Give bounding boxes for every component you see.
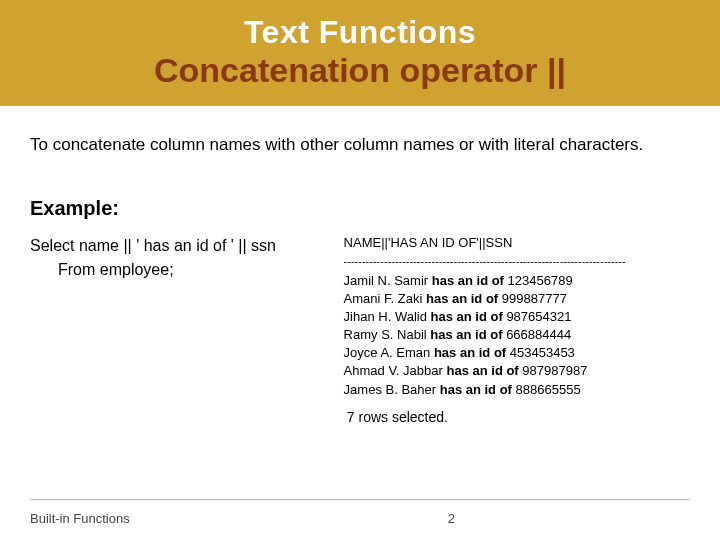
cell-id: 888665555 [516,382,581,397]
title-line2: Concatenation operator || [0,51,720,90]
cell-mid: has an id of [430,345,509,360]
cell-id: 666884444 [506,327,571,342]
cell-mid: has an id of [427,327,506,342]
title-line1: Text Functions [0,14,720,51]
cell-name: Jamil N. Samir [344,273,429,288]
cell-name: Jihan H. Walid [344,309,427,324]
table-row: Ahmad V. Jabbar has an id of 987987987 [344,362,690,380]
cell-mid: has an id of [427,309,506,324]
cell-id: 999887777 [502,291,567,306]
table-row: Jihan H. Walid has an id of 987654321 [344,308,690,326]
footer-divider [30,499,690,500]
description-text: To concatenate column names with other c… [30,134,690,157]
cell-mid: has an id of [422,291,501,306]
table-row: Joyce A. Eman has an id of 453453453 [344,344,690,362]
cell-id: 123456789 [508,273,573,288]
cell-id: 987654321 [506,309,571,324]
cell-id: 453453453 [510,345,575,360]
table-row: Ramy S. Nabil has an id of 666884444 [344,326,690,344]
body: To concatenate column names with other c… [0,106,720,511]
example-label: Example: [30,197,690,220]
query-line1: Select name || ' has an id of ' || ssn [30,234,334,258]
output-rule: ----------------------------------------… [344,254,690,269]
rows-selected: 7 rows selected. [30,409,690,425]
table-row: Jamil N. Samir has an id of 123456789 [344,272,690,290]
cell-name: Joyce A. Eman [344,345,431,360]
cell-id: 987987987 [522,363,587,378]
footer-left: Built-in Functions [30,511,130,526]
cell-mid: has an id of [443,363,522,378]
table-row: Amani F. Zaki has an id of 999887777 [344,290,690,308]
page-number: 2 [448,511,690,526]
cell-mid: has an id of [436,382,515,397]
example-columns: Select name || ' has an id of ' || ssn F… [30,234,690,399]
output-header: NAME||'HAS AN ID OF'||SSN [344,234,690,252]
output-block: NAME||'HAS AN ID OF'||SSN --------------… [344,234,690,399]
slide: Text Functions Concatenation operator ||… [0,0,720,540]
title-band: Text Functions Concatenation operator || [0,0,720,106]
table-row: James B. Baher has an id of 888665555 [344,381,690,399]
footer: Built-in Functions 2 [0,511,720,540]
query-line2: From employee; [30,258,334,282]
cell-name: Ahmad V. Jabbar [344,363,443,378]
cell-mid: has an id of [428,273,507,288]
cell-name: James B. Baher [344,382,437,397]
cell-name: Amani F. Zaki [344,291,423,306]
cell-name: Ramy S. Nabil [344,327,427,342]
query-block: Select name || ' has an id of ' || ssn F… [30,234,334,399]
